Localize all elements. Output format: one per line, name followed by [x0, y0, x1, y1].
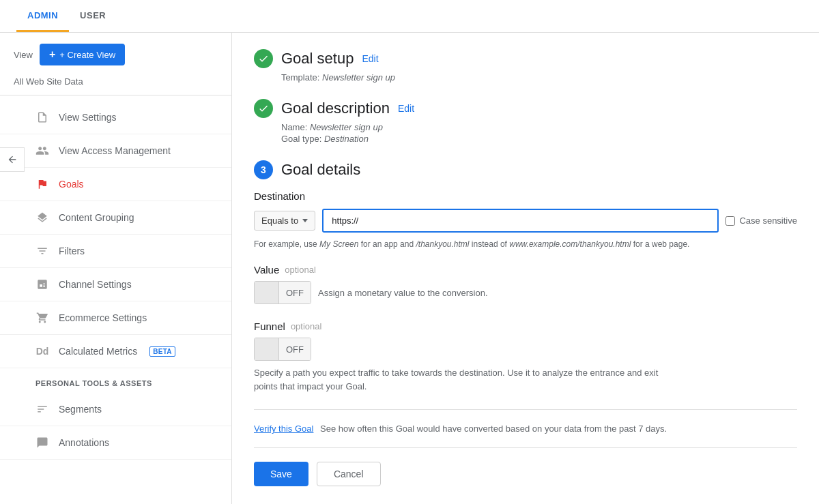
cart-icon	[35, 311, 49, 325]
verify-section: Verify this Goal See how often this Goal…	[254, 424, 797, 434]
goal-description-name-value: Newsletter sign up	[310, 122, 383, 132]
sidebar-item-view-access-management[interactable]: View Access Management	[0, 134, 231, 168]
goal-details-step-number: 3	[254, 160, 273, 179]
goal-setup-section: Goal setup Edit Template: Newsletter sig…	[254, 49, 797, 83]
equals-to-label: Equals to	[261, 216, 298, 226]
funnel-toggle-row: OFF	[254, 338, 797, 361]
sidebar-item-filters-label: Filters	[59, 246, 85, 256]
funnel-description: Specify a path you expect traffic to tak…	[254, 366, 663, 393]
sidebar-item-goals-label: Goals	[59, 179, 84, 190]
value-toggle-off-label: OFF	[279, 282, 311, 303]
case-sensitive-checkbox[interactable]	[725, 216, 735, 226]
dd-icon: Dd	[35, 344, 49, 358]
goal-description-header: Goal description Edit	[254, 99, 797, 118]
sidebar-item-goals[interactable]: Goals	[0, 168, 231, 201]
funnel-toggle-section: Funnel optional OFF Specify a path you e…	[254, 321, 797, 393]
case-sensitive-row: Case sensitive	[725, 216, 797, 226]
sidebar-item-annotations[interactable]: Annotations	[0, 426, 231, 460]
sidebar-item-channel-settings-label: Channel Settings	[59, 279, 132, 290]
goal-setup-template-label: Template:	[281, 72, 319, 83]
goal-description-section: Goal description Edit Name: Newsletter s…	[254, 99, 797, 144]
destination-row: Equals to Case sensitive	[254, 209, 797, 233]
funnel-optional-label: optional	[291, 321, 322, 331]
goal-description-edit-link[interactable]: Edit	[398, 103, 414, 114]
goal-setup-title: Goal setup	[281, 50, 354, 68]
goal-description-body: Name: Newsletter sign up Goal type: Dest…	[281, 122, 797, 144]
destination-label: Destination	[254, 190, 797, 202]
sidebar-navigation: View Settings View Access Management Goa…	[0, 95, 231, 460]
value-label-row: Value optional	[254, 264, 797, 276]
value-toggle-section: Value optional OFF Assign a monetary val…	[254, 264, 797, 304]
top-nav: ADMIN USER	[0, 0, 819, 33]
sidebar-item-filters[interactable]: Filters	[0, 235, 231, 268]
all-web-site-data: All Web Site Data	[0, 76, 231, 95]
sidebar-item-segments[interactable]: Segments	[0, 393, 231, 426]
view-label: View	[14, 50, 33, 60]
sidebar-item-ecommerce-settings[interactable]: Ecommerce Settings	[0, 301, 231, 335]
sidebar: View + + Create View All Web Site Data V…	[0, 33, 232, 504]
sidebar-item-ecommerce-settings-label: Ecommerce Settings	[59, 312, 147, 323]
action-buttons: Save Cancel	[254, 462, 797, 486]
funnel-label-row: Funnel optional	[254, 321, 797, 332]
sidebar-item-segments-label: Segments	[59, 404, 102, 415]
sidebar-item-view-settings[interactable]: View Settings	[0, 101, 231, 134]
value-description: Assign a monetary value to the conversio…	[318, 288, 488, 298]
user-tab[interactable]: USER	[69, 1, 117, 32]
sidebar-item-content-grouping-label: Content Grouping	[59, 212, 134, 223]
layers-icon	[35, 211, 49, 224]
segments-icon	[35, 402, 49, 416]
goal-description-check-icon	[254, 99, 273, 118]
goal-setup-check-icon	[254, 49, 273, 68]
funnel-main-label: Funnel	[254, 321, 285, 332]
main-content: Goal setup Edit Template: Newsletter sig…	[232, 33, 819, 504]
destination-help-text: For example, use My Screen for an app an…	[254, 238, 797, 250]
goal-setup-header: Goal setup Edit	[254, 49, 797, 68]
value-toggle-row: OFF Assign a monetary value to the conve…	[254, 281, 797, 304]
sidebar-item-content-grouping[interactable]: Content Grouping	[0, 201, 231, 235]
funnel-toggle-handle	[255, 338, 279, 360]
chart-icon	[35, 278, 49, 291]
funnel-toggle-switch[interactable]: OFF	[254, 338, 311, 361]
goal-setup-edit-link[interactable]: Edit	[362, 53, 378, 64]
sidebar-item-annotations-label: Annotations	[59, 437, 109, 448]
verify-this-goal-link[interactable]: Verify this Goal	[254, 424, 313, 434]
value-toggle-switch[interactable]: OFF	[254, 281, 311, 304]
sidebar-item-view-access-management-label: View Access Management	[59, 145, 171, 156]
funnel-toggle-off-label: OFF	[279, 338, 311, 360]
equals-to-select[interactable]: Equals to	[254, 211, 315, 231]
goal-details-title: Goal details	[281, 161, 360, 179]
value-main-label: Value	[254, 264, 279, 276]
flag-icon	[35, 177, 49, 191]
document-icon	[35, 110, 49, 124]
chevron-down-icon	[302, 219, 308, 222]
goal-details-header: 3 Goal details	[254, 160, 797, 179]
back-button[interactable]	[0, 147, 25, 172]
cancel-button[interactable]: Cancel	[317, 462, 381, 486]
admin-tab[interactable]: ADMIN	[16, 1, 69, 32]
sidebar-header: View + + Create View	[0, 33, 231, 76]
value-optional-label: optional	[285, 265, 316, 275]
sidebar-item-channel-settings[interactable]: Channel Settings	[0, 268, 231, 301]
people-icon	[35, 144, 49, 158]
save-button[interactable]: Save	[254, 462, 308, 486]
goal-description-title: Goal description	[281, 100, 390, 117]
goal-setup-body: Template: Newsletter sign up	[281, 72, 797, 83]
beta-badge: BETA	[149, 346, 175, 357]
goal-description-type-value: Destination	[324, 134, 369, 144]
personal-tools-header: PERSONAL TOOLS & ASSETS	[0, 368, 231, 393]
sidebar-item-view-settings-label: View Settings	[59, 112, 117, 123]
filter-icon	[35, 244, 49, 258]
goal-description-type-label: Goal type:	[281, 134, 321, 144]
sidebar-item-calculated-metrics[interactable]: Dd Calculated Metrics BETA	[0, 335, 231, 368]
value-toggle-handle	[255, 282, 279, 303]
goal-details-section: 3 Goal details Destination Equals to Cas…	[254, 160, 797, 486]
main-layout: View + + Create View All Web Site Data V…	[0, 33, 819, 504]
destination-section: Destination Equals to Case sensitive For…	[254, 190, 797, 250]
divider-2	[254, 447, 797, 448]
case-sensitive-label: Case sensitive	[739, 216, 797, 226]
verify-description: See how often this Goal would have conve…	[320, 424, 667, 434]
sidebar-item-calculated-metrics-label: Calculated Metrics	[59, 346, 137, 357]
create-view-button[interactable]: + + Create View	[40, 44, 125, 65]
url-input[interactable]	[322, 209, 719, 233]
goal-setup-template-value: Newsletter sign up	[322, 72, 395, 83]
